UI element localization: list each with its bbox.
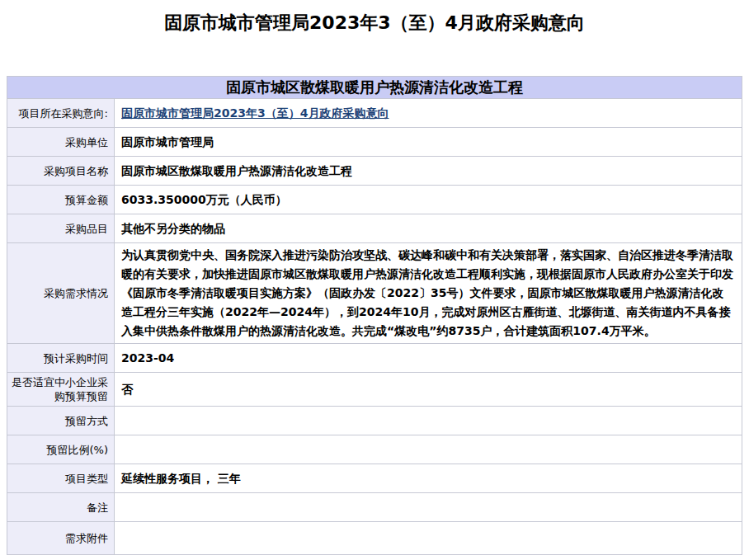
row-value xyxy=(115,407,742,435)
table-row: 预计采购时间2023-04 xyxy=(7,344,742,373)
row-value: 其他不另分类的物品 xyxy=(115,214,742,243)
row-value: 为认真贯彻党中央、国务院深入推进污染防治攻坚战、碳达峰和碳中和有关决策部署，落实… xyxy=(115,243,742,344)
table-body: 项目所在采购意向:固原市城市管理局2023年3（至）4月政府采购意向采购单位固原… xyxy=(7,99,742,555)
row-value: 固原市城区散煤取暖用户热源清洁化改造工程 xyxy=(115,157,742,186)
row-label: 采购品目 xyxy=(7,214,115,243)
row-label: 预留方式 xyxy=(7,407,115,435)
table-row: 采购单位固原市城市管理局 xyxy=(7,128,742,157)
table-row: 采购品目其他不另分类的物品 xyxy=(7,214,742,243)
row-value xyxy=(115,493,742,522)
row-label: 备注 xyxy=(7,493,115,522)
row-label: 项目所在采购意向: xyxy=(7,99,115,128)
table-row: 采购需求情况为认真贯彻党中央、国务院深入推进污染防治攻坚战、碳达峰和碳中和有关决… xyxy=(7,243,742,344)
row-label: 采购需求情况 xyxy=(7,243,115,344)
table-row: 是否适宜中小企业采购预算预留否 xyxy=(7,373,742,407)
row-value xyxy=(115,435,742,464)
page-title: 固原市城市管理局2023年3（至）4月政府采购意向 xyxy=(0,11,749,35)
table-row: 预留方式 xyxy=(7,407,742,435)
table-row: 项目类型延续性服务项目， 三年 xyxy=(7,464,742,493)
row-label: 采购项目名称 xyxy=(7,157,115,186)
row-value: 2023-04 xyxy=(115,344,742,373)
row-value: 延续性服务项目， 三年 xyxy=(115,464,742,493)
row-label: 预留比例(%) xyxy=(7,435,115,464)
table-row: 需求附件 xyxy=(7,522,742,555)
table-row: 采购项目名称固原市城区散煤取暖用户热源清洁化改造工程 xyxy=(7,157,742,186)
row-label: 需求附件 xyxy=(7,522,115,555)
table-row: 备注 xyxy=(7,493,742,522)
procurement-intention-link[interactable]: 固原市城市管理局2023年3（至）4月政府采购意向 xyxy=(121,106,389,120)
table-row: 项目所在采购意向:固原市城市管理局2023年3（至）4月政府采购意向 xyxy=(7,99,742,128)
table-row: 预算金额6033.350000万元（人民币） xyxy=(7,186,742,214)
row-label: 预算金额 xyxy=(7,186,115,214)
row-label: 是否适宜中小企业采购预算预留 xyxy=(7,373,115,407)
row-value: 6033.350000万元（人民币） xyxy=(115,186,742,214)
project-name-header: 固原市城区散煤取暖用户热源清洁化改造工程 xyxy=(7,77,742,99)
table-row: 预留比例(%) xyxy=(7,435,742,464)
row-value xyxy=(115,522,742,555)
row-value: 固原市城市管理局 xyxy=(115,128,742,157)
row-label: 预计采购时间 xyxy=(7,344,115,373)
row-label: 采购单位 xyxy=(7,128,115,157)
table-header-row: 固原市城区散煤取暖用户热源清洁化改造工程 xyxy=(7,77,742,99)
row-value: 否 xyxy=(115,373,742,407)
row-label: 项目类型 xyxy=(7,464,115,493)
row-value: 固原市城市管理局2023年3（至）4月政府采购意向 xyxy=(115,99,742,128)
procurement-detail-table: 固原市城区散煤取暖用户热源清洁化改造工程 项目所在采购意向:固原市城市管理局20… xyxy=(7,76,742,555)
